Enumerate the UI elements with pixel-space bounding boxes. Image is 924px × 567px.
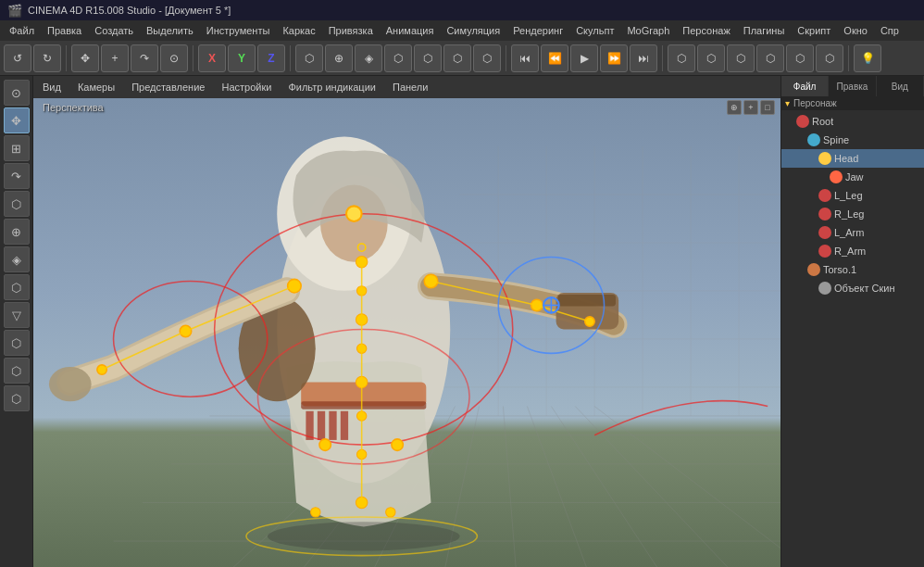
head-label: Head bbox=[834, 153, 858, 164]
play-back-fast-button[interactable]: ⏮ bbox=[511, 44, 539, 72]
tree-item-head[interactable]: Head bbox=[781, 149, 924, 168]
menu-mograph[interactable]: MoGraph bbox=[621, 23, 675, 38]
svg-point-64 bbox=[346, 206, 362, 221]
add-button[interactable]: + bbox=[101, 44, 129, 72]
vp-zoom-btn[interactable]: + bbox=[743, 100, 758, 115]
rotate-tool[interactable]: ↷ bbox=[4, 163, 30, 189]
menu-render[interactable]: Рендеринг bbox=[507, 23, 568, 38]
menu-file[interactable]: Файл bbox=[4, 23, 40, 38]
mode-model-button[interactable]: ⬡ bbox=[295, 44, 323, 72]
play-forward-fast-button[interactable]: ⏩ bbox=[600, 44, 628, 72]
tree-item-rarm[interactable]: R_Arm bbox=[781, 242, 924, 260]
tree-item-skin[interactable]: Объект Скин bbox=[781, 279, 924, 297]
jaw-label: Jaw bbox=[845, 171, 864, 183]
mode-poly-button[interactable]: ⬡ bbox=[473, 44, 501, 72]
poly-tool[interactable]: ⬡ bbox=[4, 191, 30, 217]
menu-select[interactable]: Выделить bbox=[141, 23, 199, 38]
skin-icon bbox=[818, 282, 831, 295]
vp-nav-btn[interactable]: ⊕ bbox=[727, 100, 742, 115]
menu-sculpt[interactable]: Скульпт bbox=[570, 23, 619, 38]
tree-item-larm[interactable]: L_Arm bbox=[781, 223, 924, 242]
play-back-button[interactable]: ⏪ bbox=[541, 44, 568, 72]
mode-point-button[interactable]: ⬡ bbox=[414, 44, 442, 72]
extra-tool[interactable]: ⬡ bbox=[4, 385, 30, 411]
magnet-tool[interactable]: ⊕ bbox=[4, 219, 30, 245]
toolbar-mode-group: ⬡ ⊕ ◈ ⬡ ⬡ ⬡ ⬡ bbox=[295, 44, 501, 72]
grid-tool[interactable]: ⬡ bbox=[4, 330, 30, 356]
vp-menu-filter[interactable]: Фильтр индикации bbox=[284, 80, 380, 94]
menu-help[interactable]: Спр bbox=[875, 23, 905, 38]
tree-item-spine[interactable]: Spine bbox=[781, 131, 924, 149]
head-icon bbox=[818, 152, 831, 165]
mode-object-button[interactable]: ⊕ bbox=[325, 44, 353, 72]
torso-label: Torso.1 bbox=[823, 264, 856, 275]
scale-button[interactable]: ⊙ bbox=[160, 44, 188, 72]
tree-item-torso[interactable]: Torso.1 bbox=[781, 260, 924, 279]
rleg-icon bbox=[818, 208, 831, 220]
axis-z-button[interactable]: Z bbox=[257, 44, 285, 72]
toolbar-sep-1 bbox=[66, 45, 67, 71]
torso-icon bbox=[807, 263, 820, 276]
right-tab-edit[interactable]: Правка bbox=[829, 76, 876, 96]
menu-character[interactable]: Персонаж bbox=[677, 23, 735, 38]
play-forward-button[interactable]: ▶ bbox=[570, 44, 598, 72]
viewport[interactable]: Вид Камеры Представление Настройки Фильт… bbox=[33, 76, 780, 567]
svg-point-62 bbox=[311, 508, 320, 517]
vp-menu-cameras[interactable]: Камеры bbox=[74, 80, 119, 94]
tree-item-jaw[interactable]: Jaw bbox=[781, 168, 924, 186]
vp-fit-btn[interactable]: □ bbox=[760, 100, 775, 115]
vp-menu-display[interactable]: Представление bbox=[128, 80, 208, 94]
play-end-button[interactable]: ⏭ bbox=[630, 44, 657, 72]
mode-edge-button[interactable]: ⬡ bbox=[443, 44, 471, 72]
select-tool[interactable]: ⊙ bbox=[4, 80, 30, 106]
menu-create[interactable]: Создать bbox=[89, 23, 139, 38]
vp-menu-options[interactable]: Настройки bbox=[218, 80, 275, 94]
render-view-button[interactable]: ⬡ bbox=[697, 44, 725, 72]
undo-button[interactable]: ↺ bbox=[4, 44, 31, 72]
move-tool-button[interactable]: ✥ bbox=[71, 44, 99, 72]
move-tool[interactable]: ✥ bbox=[4, 107, 30, 133]
menu-snap[interactable]: Привязка bbox=[323, 23, 379, 38]
sculpt-tool[interactable]: ▽ bbox=[4, 302, 30, 328]
render-all-button[interactable]: ⬡ bbox=[727, 44, 755, 72]
render-multi-button[interactable]: ⬡ bbox=[816, 44, 843, 72]
menu-script[interactable]: Скрипт bbox=[792, 23, 836, 38]
right-tab-view[interactable]: Вид bbox=[877, 76, 924, 96]
svg-point-38 bbox=[49, 367, 92, 401]
rarm-label: R_Arm bbox=[834, 246, 866, 257]
menu-plugins[interactable]: Плагины bbox=[738, 23, 791, 38]
toolbar-transform-group: ✥ + ↷ ⊙ bbox=[71, 44, 188, 72]
redo-button[interactable]: ↻ bbox=[33, 44, 61, 72]
vp-menu-view[interactable]: Вид bbox=[39, 80, 65, 94]
tree-item-lleg[interactable]: L_Leg bbox=[781, 186, 924, 205]
toolbar-undo-group: ↺ ↻ bbox=[4, 44, 61, 72]
bridge-tool[interactable]: ⬡ bbox=[4, 274, 30, 300]
knife-tool[interactable]: ◈ bbox=[4, 246, 30, 272]
axis-x-button[interactable]: X bbox=[198, 44, 226, 72]
menu-window[interactable]: Окно bbox=[838, 23, 873, 38]
scale-tool[interactable]: ⊞ bbox=[4, 135, 30, 161]
mode-tex-button[interactable]: ⬡ bbox=[384, 44, 412, 72]
menu-wireframe[interactable]: Каркас bbox=[277, 23, 320, 38]
render-settings-button[interactable]: ⬡ bbox=[756, 44, 784, 72]
menu-edit[interactable]: Правка bbox=[42, 23, 87, 38]
section-label: Персонаж bbox=[793, 98, 837, 108]
menu-animate[interactable]: Анимация bbox=[381, 23, 440, 38]
light-button[interactable]: 💡 bbox=[854, 44, 881, 72]
vp-menu-panels[interactable]: Панели bbox=[389, 80, 431, 94]
toolbar-sep-4 bbox=[506, 45, 506, 71]
paint-tool[interactable]: ⬡ bbox=[4, 358, 30, 384]
tree-item-rleg[interactable]: R_Leg bbox=[781, 205, 924, 223]
right-tab-file[interactable]: Файл bbox=[781, 76, 829, 96]
mode-edit-button[interactable]: ◈ bbox=[355, 44, 382, 72]
toolbar-sep-3 bbox=[290, 45, 291, 71]
render-queue-button[interactable]: ⬡ bbox=[786, 44, 814, 72]
axis-y-button[interactable]: Y bbox=[228, 44, 256, 72]
menu-tools[interactable]: Инструменты bbox=[201, 23, 276, 38]
render-region-button[interactable]: ⬡ bbox=[668, 44, 695, 72]
rotate-button[interactable]: ↷ bbox=[131, 44, 158, 72]
rleg-label: R_Leg bbox=[834, 208, 864, 220]
larm-icon bbox=[818, 226, 831, 239]
menu-simulate[interactable]: Симуляция bbox=[441, 23, 506, 38]
tree-item-root[interactable]: Root bbox=[781, 112, 924, 131]
